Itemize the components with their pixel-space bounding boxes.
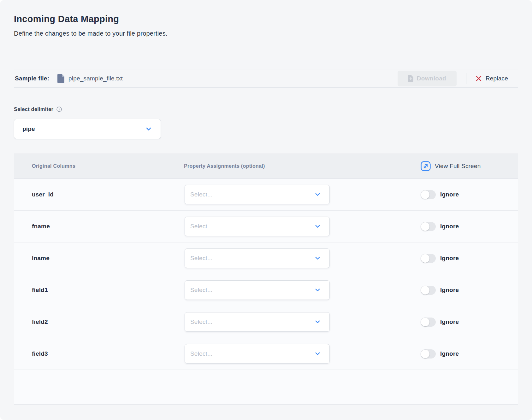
select-placeholder: Select... — [190, 350, 212, 357]
table-row: field3 Select... Ignore — [14, 338, 518, 370]
toggle-knob — [421, 190, 429, 199]
select-placeholder: Select... — [190, 318, 212, 325]
ignore-control: Ignore — [421, 338, 459, 370]
download-button[interactable]: Download — [398, 71, 457, 86]
chevron-down-icon — [315, 193, 320, 196]
table-body: user_id Select... Ignore fname Select... — [14, 179, 518, 370]
download-file-icon — [408, 75, 413, 82]
table-row: field1 Select... Ignore — [14, 274, 518, 306]
download-button-label: Download — [417, 75, 446, 82]
expand-diagonal-icon — [421, 161, 431, 171]
replace-button-label: Replace — [486, 75, 508, 82]
table-header: Original Columns Property Assignments (o… — [14, 154, 518, 179]
original-column-name: field3 — [32, 350, 48, 357]
delimiter-select[interactable]: pipe — [14, 119, 161, 139]
delimiter-label-row: Select delimiter — [14, 106, 62, 112]
property-assignments-header: Property Assignments (optional) — [184, 154, 265, 178]
page-subtitle: Define the changes to be made to your fi… — [14, 30, 168, 37]
toggle-knob — [421, 318, 429, 326]
property-assignment-select[interactable]: Select... — [185, 280, 330, 300]
ignore-label: Ignore — [440, 350, 459, 357]
original-column-name: lname — [32, 255, 50, 262]
ignore-toggle[interactable] — [421, 222, 436, 231]
original-column-name: fname — [32, 223, 50, 230]
ignore-toggle[interactable] — [421, 190, 436, 199]
table-row: fname Select... Ignore — [14, 211, 518, 242]
close-x-icon — [476, 76, 482, 81]
chevron-down-icon — [146, 127, 151, 131]
table-row: user_id Select... Ignore — [14, 179, 518, 211]
table-row: field2 Select... Ignore — [14, 306, 518, 338]
ignore-control: Ignore — [421, 242, 459, 274]
property-assignment-select[interactable]: Select... — [185, 185, 330, 204]
original-columns-header: Original Columns — [32, 154, 75, 178]
select-placeholder: Select... — [190, 223, 212, 230]
view-full-screen-label: View Full Screen — [435, 163, 481, 170]
replace-button[interactable]: Replace — [476, 75, 508, 82]
info-circle-icon[interactable] — [56, 107, 62, 112]
select-placeholder: Select... — [190, 191, 212, 198]
mapping-table: Original Columns Property Assignments (o… — [14, 154, 518, 405]
ignore-label: Ignore — [440, 223, 459, 230]
chevron-down-icon — [315, 289, 320, 292]
ignore-label: Ignore — [440, 191, 459, 198]
document-icon — [57, 74, 64, 83]
toggle-knob — [421, 254, 429, 263]
chevron-down-icon — [315, 320, 320, 324]
incoming-data-mapping-page: Incoming Data Mapping Define the changes… — [0, 0, 532, 420]
property-assignment-select[interactable]: Select... — [185, 344, 330, 364]
toggle-knob — [421, 350, 429, 358]
delimiter-selected-value: pipe — [22, 125, 35, 132]
ignore-label: Ignore — [440, 287, 459, 294]
ignore-toggle[interactable] — [421, 254, 436, 263]
vertical-divider — [466, 73, 466, 84]
select-placeholder: Select... — [190, 255, 212, 262]
ignore-control: Ignore — [421, 306, 459, 338]
ignore-control: Ignore — [421, 274, 459, 306]
original-column-name: user_id — [32, 191, 54, 198]
toggle-knob — [421, 286, 429, 295]
ignore-label: Ignore — [440, 255, 459, 262]
property-assignment-select[interactable]: Select... — [185, 217, 330, 236]
sample-file-bar: Sample file: pipe_sample_file.txt Downlo… — [14, 69, 518, 88]
original-column-name: field1 — [32, 287, 48, 294]
ignore-toggle[interactable] — [421, 349, 436, 359]
original-column-name: field2 — [32, 318, 48, 325]
table-row: lname Select... Ignore — [14, 242, 518, 274]
ignore-toggle[interactable] — [421, 286, 436, 295]
property-assignment-select[interactable]: Select... — [185, 248, 330, 268]
delimiter-label: Select delimiter — [14, 106, 53, 112]
ignore-control: Ignore — [421, 211, 459, 242]
ignore-label: Ignore — [440, 318, 459, 325]
sample-file-name: pipe_sample_file.txt — [68, 75, 123, 82]
view-full-screen-button[interactable]: View Full Screen — [421, 154, 481, 178]
ignore-control: Ignore — [421, 179, 459, 210]
ignore-toggle[interactable] — [421, 318, 436, 327]
property-assignment-select[interactable]: Select... — [185, 312, 330, 332]
sample-file-label: Sample file: — [15, 75, 49, 82]
select-placeholder: Select... — [190, 287, 212, 294]
chevron-down-icon — [315, 352, 320, 355]
chevron-down-icon — [315, 225, 320, 228]
page-title: Incoming Data Mapping — [14, 14, 119, 24]
toggle-knob — [421, 222, 429, 231]
chevron-down-icon — [315, 257, 320, 260]
